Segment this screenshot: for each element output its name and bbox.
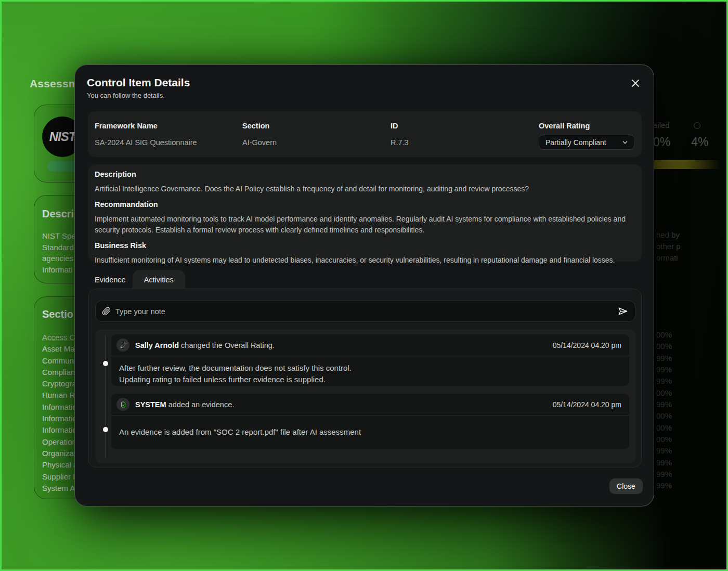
id-field: ID R.7.3 bbox=[391, 122, 539, 157]
business-risk-text: Insufficient monitoring of AI systems ma… bbox=[95, 255, 634, 266]
list-item: 00% bbox=[656, 434, 672, 445]
section-percentages: 00%00%99%99%99%00%99%00%00%00%99%99%99%9… bbox=[656, 329, 672, 492]
activity-timeline: Sally Arnold changed the Overall Rating.… bbox=[95, 329, 636, 463]
close-icon bbox=[630, 78, 641, 88]
activity-message-line: An evidence is added from "SOC 2 report.… bbox=[119, 426, 621, 438]
list-item: other p bbox=[656, 241, 681, 252]
activity-message-line: After further review, the documentation … bbox=[119, 362, 621, 374]
list-item: 99% bbox=[656, 445, 672, 457]
activity-actor: Sally Arnold bbox=[135, 341, 179, 349]
list-item: 00% bbox=[656, 387, 672, 399]
framework-name-field: Framework Name SA-2024 AI SIG Questionna… bbox=[95, 122, 242, 157]
description-text: Artificial Intelligence Governance. Does… bbox=[95, 184, 634, 194]
overall-rating-label: Overall Rating bbox=[539, 122, 634, 130]
activity-item: SYSTEM added an evidence. 05/14/2024 04.… bbox=[111, 394, 629, 449]
stat-failed-label: ailed bbox=[653, 121, 670, 129]
list-item: ormati bbox=[656, 252, 681, 264]
activity-actor: SYSTEM bbox=[135, 400, 166, 409]
activity-item: Sally Arnold changed the Overall Rating.… bbox=[111, 334, 629, 386]
activity-text: SYSTEM added an evidence. bbox=[135, 400, 234, 409]
section-value: AI-Govern bbox=[242, 138, 391, 147]
send-icon bbox=[618, 306, 628, 316]
id-label: ID bbox=[391, 122, 539, 130]
list-item: hed by bbox=[656, 229, 681, 241]
tabs: Evidence Activities bbox=[88, 270, 185, 289]
business-risk-label: Business Risk bbox=[95, 241, 634, 250]
close-modal-button[interactable] bbox=[629, 76, 642, 90]
list-item: 99% bbox=[656, 399, 672, 410]
stat-icon bbox=[694, 122, 700, 129]
chevron-down-icon bbox=[621, 139, 629, 146]
control-item-details-modal: Control Item Details You can follow the … bbox=[74, 64, 654, 507]
list-item: 00% bbox=[656, 329, 672, 341]
list-item: 00% bbox=[656, 422, 672, 434]
activity-message: After further review, the documentation … bbox=[111, 356, 629, 386]
list-item: 99% bbox=[656, 364, 672, 375]
progress-bar-yellow bbox=[654, 160, 721, 169]
timeline-dot bbox=[103, 427, 108, 432]
section-field: Section AI-Govern bbox=[242, 122, 391, 157]
list-item: 99% bbox=[656, 457, 672, 469]
list-item: 99% bbox=[656, 353, 672, 364]
nist-logo-text: NIST bbox=[49, 129, 76, 144]
activity-timestamp: 05/14/2024 04.20 pm bbox=[553, 400, 621, 409]
activity-header: SYSTEM added an evidence. 05/14/2024 04.… bbox=[111, 394, 629, 416]
tab-evidence[interactable]: Evidence bbox=[88, 276, 133, 284]
stats-bg: ailed 0%4% bbox=[653, 121, 709, 149]
activity-text: Sally Arnold changed the Overall Rating. bbox=[135, 341, 275, 349]
recommendation-label: Recommandation bbox=[95, 200, 634, 209]
activities-panel: Sally Arnold changed the Overall Rating.… bbox=[88, 289, 642, 468]
list-item: 99% bbox=[656, 469, 672, 480]
activity-header: Sally Arnold changed the Overall Rating.… bbox=[111, 334, 629, 356]
paperclip-icon bbox=[102, 307, 111, 316]
pencil-icon bbox=[116, 339, 129, 352]
activity-message: An evidence is added from "SOC 2 report.… bbox=[111, 416, 629, 444]
modal-title: Control Item Details bbox=[87, 76, 190, 89]
description-label: Description bbox=[95, 170, 634, 178]
timeline-dot bbox=[103, 361, 108, 366]
list-item: 00% bbox=[656, 341, 672, 352]
control-details-card: Description Artificial Intelligence Gove… bbox=[88, 164, 642, 262]
note-input-container bbox=[95, 301, 635, 322]
modal-subtitle: You can follow the details. bbox=[87, 92, 165, 99]
file-check-icon bbox=[116, 398, 129, 411]
timeline-line bbox=[105, 334, 106, 458]
list-item: 00% bbox=[656, 410, 672, 422]
close-button[interactable]: Close bbox=[609, 478, 643, 494]
attach-file-button[interactable] bbox=[102, 307, 111, 316]
recommendation-text: Implement automated monitoring tools to … bbox=[95, 214, 634, 236]
tab-activities[interactable]: Activities bbox=[133, 270, 185, 289]
section-label: Section bbox=[242, 122, 391, 130]
stat-other-value: 4% bbox=[691, 135, 708, 149]
framework-name-value: SA-2024 AI SIG Questionnaire bbox=[95, 138, 242, 147]
description-text-right-fragments: hed byother pormati bbox=[656, 229, 681, 264]
activity-action: added an evidence. bbox=[166, 400, 235, 409]
overall-rating-field: Overall Rating Partially Compliant bbox=[539, 122, 634, 157]
activity-timestamp: 05/14/2024 04.20 pm bbox=[553, 341, 621, 349]
send-note-button[interactable] bbox=[618, 306, 628, 316]
activity-action: changed the Overall Rating. bbox=[179, 341, 275, 349]
overall-rating-value: Partially Compliant bbox=[545, 138, 606, 147]
list-item: 99% bbox=[656, 480, 672, 491]
stat-failed-value: 0% bbox=[653, 135, 670, 149]
framework-name-label: Framework Name bbox=[95, 122, 242, 130]
activity-message-line: Updating rating to failed unless further… bbox=[119, 374, 621, 385]
list-item: 99% bbox=[656, 375, 672, 387]
id-value: R.7.3 bbox=[391, 138, 539, 147]
overall-rating-select[interactable]: Partially Compliant bbox=[539, 135, 634, 150]
note-input[interactable] bbox=[115, 307, 618, 316]
control-info-card: Framework Name SA-2024 AI SIG Questionna… bbox=[88, 111, 642, 157]
